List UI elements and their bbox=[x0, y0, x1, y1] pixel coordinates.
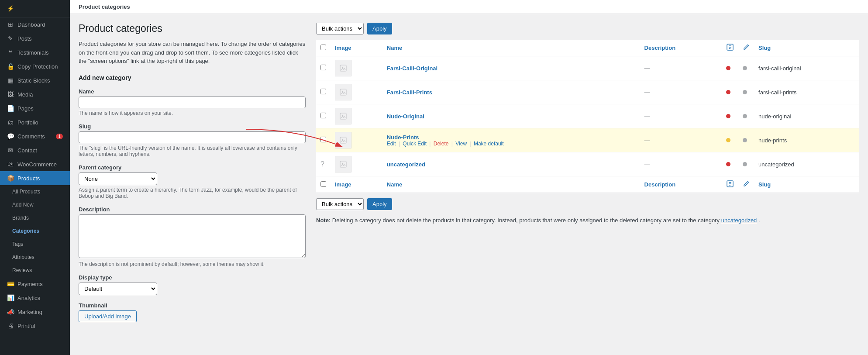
submenu-add-new[interactable]: Add New bbox=[0, 198, 70, 211]
contact-icon: ✉ bbox=[7, 147, 14, 154]
sidebar-item-printful[interactable]: 🖨 Printful bbox=[0, 319, 70, 333]
view-link[interactable]: View bbox=[455, 141, 467, 147]
sidebar-item-dashboard[interactable]: ⊞ Dashboard bbox=[0, 17, 70, 31]
sidebar-item-comments[interactable]: 💬 Comments 1 bbox=[0, 129, 70, 143]
slug-sort-link[interactable]: Slug bbox=[758, 45, 771, 51]
attributes-label: Attributes bbox=[12, 254, 34, 260]
sidebar-logo: ⚡ bbox=[0, 0, 70, 17]
products-icon: 📦 bbox=[7, 175, 14, 182]
category-name-link[interactable]: Nude-Prints bbox=[387, 134, 419, 141]
submenu-all-products[interactable]: All Products bbox=[0, 185, 70, 198]
note-end: . bbox=[758, 217, 760, 224]
row-description: — bbox=[640, 56, 722, 80]
sidebar-item-posts[interactable]: ✎ Posts bbox=[0, 31, 70, 45]
sidebar-item-static-blocks[interactable]: ▦ Static Blocks bbox=[0, 73, 70, 87]
svg-point-13 bbox=[342, 163, 343, 164]
dot1 bbox=[726, 162, 730, 166]
sidebar-item-media[interactable]: 🖼 Media bbox=[0, 87, 70, 101]
row-image bbox=[335, 132, 351, 148]
display-type-select[interactable]: Default bbox=[79, 283, 157, 295]
svg-rect-8 bbox=[340, 113, 346, 119]
col-slug: Slug bbox=[754, 40, 859, 56]
parent-select[interactable]: None bbox=[79, 172, 157, 185]
submenu-tags[interactable]: Tags bbox=[0, 238, 70, 251]
woocommerce-icon: 🛍 bbox=[7, 161, 14, 168]
table-row: ? uncategorized Edit| bbox=[316, 152, 859, 176]
name-sort-link[interactable]: Name bbox=[387, 45, 402, 51]
edit-link[interactable]: Edit bbox=[387, 141, 396, 147]
apply-button-bottom[interactable]: Apply bbox=[367, 198, 392, 210]
sidebar-item-contact[interactable]: ✉ Contact bbox=[0, 143, 70, 157]
row-image bbox=[335, 60, 351, 76]
thumbnail-label: Thumbnail bbox=[79, 302, 306, 309]
sidebar-item-pages[interactable]: 📄 Pages bbox=[0, 101, 70, 115]
comments-badge: 1 bbox=[56, 134, 63, 139]
bulk-actions-select-bottom[interactable]: Bulk actions bbox=[316, 198, 364, 210]
wp-logo-icon: ⚡ bbox=[7, 5, 14, 12]
slug-sort-link-footer[interactable]: Slug bbox=[758, 181, 771, 188]
description-field: Description The description is not promi… bbox=[79, 206, 306, 267]
sidebar-item-analytics[interactable]: 📊 Analytics bbox=[0, 291, 70, 305]
row-description: — bbox=[640, 104, 722, 128]
make-default-link[interactable]: Make default bbox=[474, 141, 504, 147]
sidebar-item-testimonials[interactable]: ❝ Testimonials bbox=[0, 45, 70, 59]
sidebar-item-portfolio[interactable]: 🗂 Portfolio bbox=[0, 115, 70, 129]
row-checkbox[interactable] bbox=[320, 137, 326, 142]
description-textarea[interactable] bbox=[79, 214, 306, 258]
category-name-link[interactable]: Nude-Original bbox=[387, 113, 424, 120]
delete-link[interactable]: Delete bbox=[434, 141, 449, 147]
dot1 bbox=[726, 90, 730, 94]
sidebar-item-marketing[interactable]: 📣 Marketing bbox=[0, 305, 70, 319]
copy-protection-icon: 🔒 bbox=[7, 63, 14, 70]
select-all-checkbox-top[interactable] bbox=[320, 45, 326, 50]
submenu-attributes[interactable]: Attributes bbox=[0, 251, 70, 264]
parent-hint: Assign a parent term to create a hierarc… bbox=[79, 187, 306, 199]
sidebar-item-label: Portfolio bbox=[17, 119, 38, 126]
select-all-checkbox-bottom[interactable] bbox=[320, 181, 326, 187]
table-row: Nude-Original Edit| Quick Edit| Delete| … bbox=[316, 104, 859, 128]
slug-input[interactable] bbox=[79, 131, 306, 143]
svg-rect-6 bbox=[340, 89, 346, 95]
table-header-row: Image Name Description Slug bbox=[316, 40, 859, 56]
description-hint: The description is not prominent by defa… bbox=[79, 261, 306, 267]
col-icon2-footer bbox=[738, 176, 754, 193]
sidebar-item-products[interactable]: 📦 Products bbox=[0, 171, 70, 185]
description-sort-link[interactable]: Description bbox=[644, 45, 676, 51]
svg-rect-12 bbox=[340, 161, 346, 167]
left-panel: Product categories Product categories fo… bbox=[79, 23, 306, 346]
category-name-link[interactable]: Farsi-Calli-Prints bbox=[387, 89, 432, 96]
sidebar-item-payments[interactable]: 💳 Payments bbox=[0, 277, 70, 291]
payments-icon: 💳 bbox=[7, 280, 14, 287]
submenu-reviews[interactable]: Reviews bbox=[0, 264, 70, 277]
table-footer-header-row: Image Name Description Slug bbox=[316, 176, 859, 193]
sidebar-item-woocommerce[interactable]: 🛍 WooCommerce bbox=[0, 157, 70, 171]
sidebar-item-label: Testimonials bbox=[17, 49, 49, 56]
category-name-link[interactable]: uncategorized bbox=[387, 161, 425, 168]
sidebar-item-copy-protection[interactable]: 🔒 Copy Protection bbox=[0, 59, 70, 73]
sidebar-item-label: Payments bbox=[17, 281, 43, 287]
right-panel: Bulk actions Apply Image Name Descriptio… bbox=[316, 23, 859, 346]
quick-edit-link[interactable]: Quick Edit bbox=[403, 141, 427, 147]
col-image-footer: Image bbox=[331, 176, 382, 193]
bulk-actions-select-top[interactable]: Bulk actions bbox=[316, 23, 364, 34]
upload-image-button[interactable]: Upload/Add image bbox=[79, 310, 137, 322]
submenu-brands[interactable]: Brands bbox=[0, 211, 70, 224]
row-checkbox[interactable] bbox=[320, 113, 326, 118]
analytics-icon: 📊 bbox=[7, 294, 14, 301]
sidebar-item-label: Copy Protection bbox=[17, 63, 58, 70]
row-checkbox[interactable] bbox=[320, 89, 326, 94]
parent-category-field: Parent category None Assign a parent ter… bbox=[79, 164, 306, 199]
slug-hint: The "slug" is the URL-friendly version o… bbox=[79, 145, 306, 157]
row-checkbox[interactable] bbox=[320, 65, 326, 70]
apply-button-top[interactable]: Apply bbox=[367, 23, 392, 34]
category-name-link[interactable]: Farsi-Calli-Original bbox=[387, 65, 437, 72]
name-sort-link-footer[interactable]: Name bbox=[387, 181, 402, 188]
col-slug-footer: Slug bbox=[754, 176, 859, 193]
submenu-categories[interactable]: Categories bbox=[0, 224, 70, 238]
uncategorized-link[interactable]: uncategorized bbox=[721, 217, 757, 224]
description-sort-link-footer[interactable]: Description bbox=[644, 181, 676, 188]
question-mark-icon: ? bbox=[320, 160, 324, 168]
sidebar-item-label: Static Blocks bbox=[17, 77, 50, 84]
name-input[interactable] bbox=[79, 97, 306, 108]
row-actions-visible: Edit | Quick Edit | Delete | View | Make… bbox=[387, 141, 636, 147]
